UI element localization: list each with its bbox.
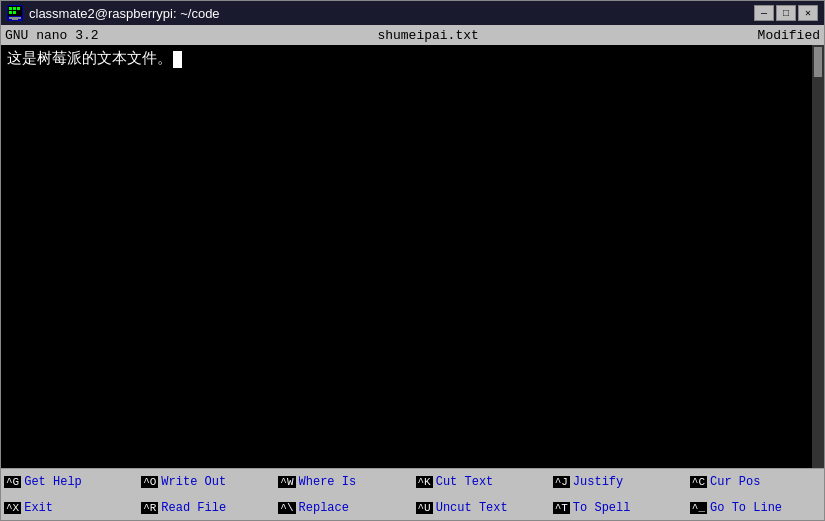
shortcut-key-k: ^K <box>416 476 433 488</box>
shortcut-to-spell[interactable]: ^T To Spell <box>550 495 687 521</box>
window-controls: — □ ✕ <box>754 5 818 21</box>
shortcut-write-out[interactable]: ^O Write Out <box>138 469 275 495</box>
shortcut-label-get-help: Get Help <box>24 475 82 489</box>
scrollbar-thumb[interactable] <box>814 47 822 77</box>
shortcut-key-w: ^W <box>278 476 295 488</box>
shortcut-label-to-spell: To Spell <box>573 501 631 515</box>
shortcut-label-replace: Replace <box>299 501 349 515</box>
shortcut-read-file[interactable]: ^R Read File <box>138 495 275 521</box>
window-title: classmate2@raspberrypi: ~/code <box>29 6 748 21</box>
shortcut-label-read-file: Read File <box>161 501 226 515</box>
svg-rect-2 <box>9 7 12 10</box>
editor-area[interactable]: 这是树莓派的文本文件。 <box>1 45 824 468</box>
shortcut-label-justify: Justify <box>573 475 623 489</box>
shortcut-key-backslash: ^\ <box>278 502 295 514</box>
shortcut-label-cur-pos: Cur Pos <box>710 475 760 489</box>
svg-rect-6 <box>13 11 16 14</box>
shortcut-key-t: ^T <box>553 502 570 514</box>
close-button[interactable]: ✕ <box>798 5 818 21</box>
svg-rect-7 <box>9 17 21 19</box>
shortcut-label-uncut-text: Uncut Text <box>436 501 508 515</box>
shortcut-key-c: ^C <box>690 476 707 488</box>
shortcut-exit[interactable]: ^X Exit <box>1 495 138 521</box>
shortcut-label-cut-text: Cut Text <box>436 475 494 489</box>
shortcut-key-g: ^G <box>4 476 21 488</box>
svg-rect-4 <box>17 7 20 10</box>
terminal-window: classmate2@raspberrypi: ~/code — □ ✕ GNU… <box>0 0 825 521</box>
shortcut-cut-text[interactable]: ^K Cut Text <box>413 469 550 495</box>
nano-filename: shumeipai.txt <box>377 28 478 43</box>
nano-status: Modified <box>758 28 820 43</box>
file-content: 这是树莓派的文本文件。 <box>7 51 172 68</box>
editor-content: 这是树莓派的文本文件。 <box>7 49 818 70</box>
svg-rect-8 <box>12 19 18 20</box>
shortcut-key-u: ^U <box>416 502 433 514</box>
shortcut-key-r: ^R <box>141 502 158 514</box>
shortcut-key-underscore: ^_ <box>690 502 707 514</box>
shortcut-label-exit: Exit <box>24 501 53 515</box>
nano-version: GNU nano 3.2 <box>5 28 99 43</box>
svg-rect-3 <box>13 7 16 10</box>
shortcut-justify[interactable]: ^J Justify <box>550 469 687 495</box>
title-bar: classmate2@raspberrypi: ~/code — □ ✕ <box>1 1 824 25</box>
terminal-icon <box>7 5 23 21</box>
shortcut-label-write-out: Write Out <box>161 475 226 489</box>
shortcut-replace[interactable]: ^\ Replace <box>275 495 412 521</box>
scrollbar[interactable] <box>812 45 824 468</box>
minimize-button[interactable]: — <box>754 5 774 21</box>
shortcut-where-is[interactable]: ^W Where Is <box>275 469 412 495</box>
shortcut-key-o: ^O <box>141 476 158 488</box>
shortcut-label-where-is: Where Is <box>299 475 357 489</box>
shortcut-bar: ^G Get Help ^O Write Out ^W Where Is ^K … <box>1 468 824 520</box>
shortcut-key-j: ^J <box>553 476 570 488</box>
shortcut-cur-pos[interactable]: ^C Cur Pos <box>687 469 824 495</box>
shortcut-go-to-line[interactable]: ^_ Go To Line <box>687 495 824 521</box>
shortcut-key-x: ^X <box>4 502 21 514</box>
shortcut-get-help[interactable]: ^G Get Help <box>1 469 138 495</box>
shortcut-label-go-to-line: Go To Line <box>710 501 782 515</box>
svg-rect-5 <box>9 11 12 14</box>
text-cursor <box>173 51 182 68</box>
shortcut-uncut-text[interactable]: ^U Uncut Text <box>413 495 550 521</box>
maximize-button[interactable]: □ <box>776 5 796 21</box>
nano-header: GNU nano 3.2 shumeipai.txt Modified <box>1 25 824 45</box>
